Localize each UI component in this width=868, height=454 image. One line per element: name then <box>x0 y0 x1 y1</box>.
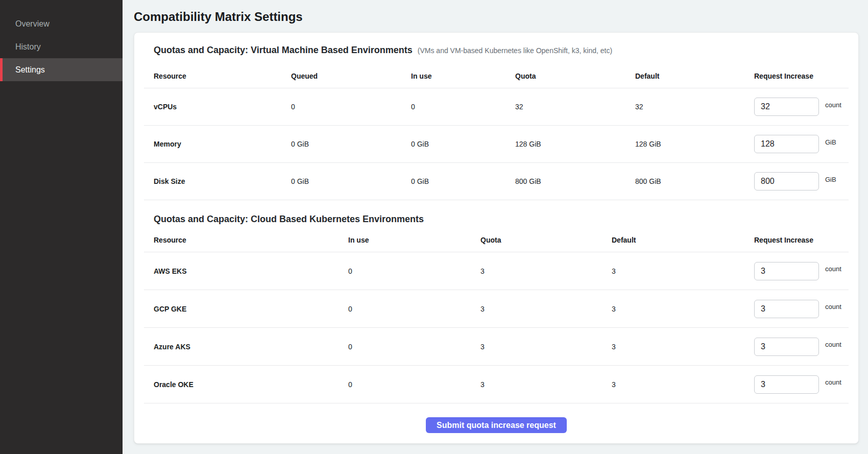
sidebar-item-label: Overview <box>15 19 50 29</box>
request-increase-cell: count <box>754 338 849 356</box>
queued-cell: 0 <box>291 103 411 111</box>
request-increase-input[interactable] <box>754 172 819 190</box>
column-header-in-use: In use <box>348 236 480 244</box>
sidebar-item-overview[interactable]: Overview <box>0 12 123 35</box>
column-header-quota: Quota <box>480 236 612 244</box>
in-use-cell: 0 <box>348 267 480 275</box>
sidebar-item-label: Settings <box>15 65 45 75</box>
default-cell: 128 GiB <box>635 140 754 148</box>
default-cell: 800 GiB <box>635 177 754 185</box>
quota-cell: 32 <box>515 103 635 111</box>
quota-cell: 128 GiB <box>515 140 635 148</box>
table-header-row: Resource Queued In use Quota Default Req… <box>144 60 849 88</box>
request-increase-cell: count <box>754 375 849 394</box>
resource-cell: AWS EKS <box>144 267 348 275</box>
in-use-cell: 0 <box>411 103 515 111</box>
column-header-request-increase: Request Increase <box>754 72 849 80</box>
column-header-resource: Resource <box>144 72 291 80</box>
page-title: Compatibility Matrix Settings <box>134 10 859 23</box>
request-increase-cell: count <box>754 300 849 318</box>
section-heading: Quotas and Capacity: Virtual Machine Bas… <box>154 45 849 56</box>
column-header-in-use: In use <box>411 72 515 80</box>
request-increase-cell: count <box>754 262 849 280</box>
sidebar-item-settings[interactable]: Settings <box>0 58 123 81</box>
request-increase-input[interactable] <box>754 98 819 116</box>
request-increase-cell: GiB <box>754 135 849 153</box>
column-header-default: Default <box>612 236 754 244</box>
quota-cell: 3 <box>480 267 612 275</box>
default-cell: 32 <box>635 103 754 111</box>
in-use-cell: 0 <box>348 305 480 313</box>
resource-cell: Disk Size <box>144 177 291 185</box>
column-header-default: Default <box>635 72 754 80</box>
quota-cell: 3 <box>480 343 612 351</box>
section-heading: Quotas and Capacity: Cloud Based Kuberne… <box>154 214 849 225</box>
default-cell: 3 <box>612 343 754 351</box>
main-content: Compatibility Matrix Settings Quotas and… <box>123 0 868 454</box>
table-row: vCPUs 0 0 32 32 count <box>144 88 849 126</box>
table-row: Disk Size 0 GiB 0 GiB 800 GiB 800 GiB Gi… <box>144 163 849 200</box>
queued-cell: 0 GiB <box>291 140 411 148</box>
table-header-row: Resource In use Quota Default Request In… <box>144 229 849 252</box>
request-increase-input[interactable] <box>754 375 819 394</box>
request-increase-input[interactable] <box>754 300 819 318</box>
in-use-cell: 0 <box>348 343 480 351</box>
vm-quota-section: Quotas and Capacity: Virtual Machine Bas… <box>144 45 849 200</box>
sidebar: Overview History Settings <box>0 0 123 454</box>
in-use-cell: 0 <box>348 380 480 389</box>
table-row: AWS EKS 0 3 3 count <box>144 252 849 290</box>
sidebar-item-label: History <box>15 42 41 52</box>
in-use-cell: 0 GiB <box>411 177 515 185</box>
unit-label: count <box>825 378 841 386</box>
request-increase-input[interactable] <box>754 262 819 280</box>
request-increase-cell: GiB <box>754 172 849 190</box>
default-cell: 3 <box>612 267 754 275</box>
unit-label: count <box>825 265 841 273</box>
table-row: Memory 0 GiB 0 GiB 128 GiB 128 GiB GiB <box>144 126 849 163</box>
column-header-request-increase: Request Increase <box>754 236 849 244</box>
quota-cell: 3 <box>480 305 612 313</box>
card-footer: Submit quota increase request <box>144 403 849 434</box>
resource-cell: vCPUs <box>144 103 291 111</box>
cloud-k8s-quota-section: Quotas and Capacity: Cloud Based Kuberne… <box>144 214 849 403</box>
submit-quota-increase-button[interactable]: Submit quota increase request <box>426 417 567 433</box>
table-row: GCP GKE 0 3 3 count <box>144 290 849 328</box>
table-row: Oracle OKE 0 3 3 count <box>144 366 849 403</box>
quota-cell: 3 <box>480 380 612 389</box>
unit-label: count <box>825 341 841 348</box>
request-increase-input[interactable] <box>754 135 819 153</box>
default-cell: 3 <box>612 380 754 389</box>
active-indicator-bar <box>0 58 3 81</box>
unit-label: count <box>825 303 841 310</box>
sidebar-item-history[interactable]: History <box>0 35 123 58</box>
resource-cell: Azure AKS <box>144 343 348 351</box>
unit-label: GiB <box>825 138 836 146</box>
section-title: Quotas and Capacity: Cloud Based Kuberne… <box>154 214 424 225</box>
request-increase-input[interactable] <box>754 338 819 356</box>
default-cell: 3 <box>612 305 754 313</box>
section-title: Quotas and Capacity: Virtual Machine Bas… <box>154 45 413 56</box>
unit-label: count <box>825 101 841 109</box>
in-use-cell: 0 GiB <box>411 140 515 148</box>
column-header-quota: Quota <box>515 72 635 80</box>
quota-cell: 800 GiB <box>515 177 635 185</box>
unit-label: GiB <box>825 176 836 183</box>
column-header-resource: Resource <box>144 236 348 244</box>
request-increase-cell: count <box>754 98 849 116</box>
table-row: Azure AKS 0 3 3 count <box>144 328 849 366</box>
resource-cell: GCP GKE <box>144 305 348 313</box>
queued-cell: 0 GiB <box>291 177 411 185</box>
quota-settings-card: Quotas and Capacity: Virtual Machine Bas… <box>134 32 859 444</box>
section-subtitle: (VMs and VM-based Kubernetes like OpenSh… <box>418 46 612 55</box>
resource-cell: Oracle OKE <box>144 380 348 389</box>
column-header-queued: Queued <box>291 72 411 80</box>
resource-cell: Memory <box>144 140 291 148</box>
